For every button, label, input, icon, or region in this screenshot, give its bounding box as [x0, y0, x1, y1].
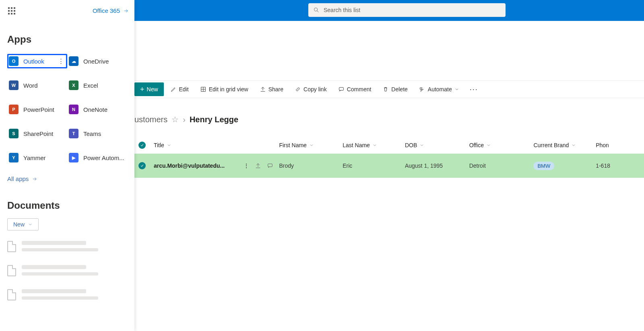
app-tile-excel[interactable]: X Excel [67, 78, 127, 93]
documents-heading: Documents [7, 200, 129, 211]
flow-icon [419, 86, 425, 93]
new-document-button[interactable]: New [7, 218, 39, 230]
col-header-first-name[interactable]: First Name [279, 142, 343, 148]
share-button[interactable]: Share [255, 84, 288, 95]
arrow-right-icon [32, 176, 37, 182]
app-tile-outlook[interactable]: O Outlook ⋮ [7, 54, 67, 68]
select-all-column[interactable] [134, 142, 150, 149]
row-phone: 1-618 [596, 162, 644, 169]
chevron-down-icon [486, 143, 491, 148]
col-header-last-name[interactable]: Last Name [343, 142, 405, 148]
chevron-down-icon [28, 222, 33, 227]
table-row[interactable]: arcu.Morbi@vulputatedu... ⋮ Brody Eric A… [134, 154, 644, 178]
app-tile-teams[interactable]: T Teams [67, 126, 127, 141]
document-placeholder [7, 241, 127, 255]
new-button[interactable]: New [134, 82, 164, 96]
trash-icon [382, 86, 389, 93]
document-icon [7, 289, 16, 300]
word-icon: W [9, 80, 19, 90]
app-launcher-panel: Office 365 Apps O Outlook ⋮ ☁ OneDrive W… [0, 0, 134, 331]
comment-icon[interactable] [267, 162, 273, 169]
sharepoint-icon: S [9, 129, 19, 138]
grid-icon [200, 86, 206, 93]
app-tile-power-automate[interactable]: ▶ Power Autom... [67, 150, 127, 165]
document-placeholder [7, 265, 127, 279]
svg-point-0 [314, 8, 318, 11]
outlook-icon: O [9, 56, 19, 66]
check-circle-icon [138, 162, 146, 169]
power-automate-icon: ▶ [69, 153, 78, 162]
app-tile-yammer[interactable]: Y Yammer [7, 150, 67, 165]
onedrive-icon: ☁ [69, 56, 78, 66]
row-office: Detroit [469, 162, 534, 169]
command-bar: New Edit Edit in grid view Share Copy li… [134, 80, 644, 98]
arrow-right-icon [123, 8, 129, 14]
new-label: New [147, 86, 158, 93]
star-icon[interactable]: ☆ [171, 115, 179, 124]
row-dob: August 1, 1995 [405, 162, 469, 169]
breadcrumb-parent[interactable]: ustomers [134, 115, 167, 124]
share-icon [260, 86, 266, 93]
row-title: arcu.Morbi@vulputatedu... [154, 162, 225, 169]
search-input[interactable] [324, 7, 501, 13]
automate-button[interactable]: Automate [414, 84, 464, 95]
chevron-down-icon [419, 143, 424, 148]
app-tile-onedrive[interactable]: ☁ OneDrive [67, 54, 127, 68]
svg-line-1 [317, 11, 318, 12]
edit-grid-button[interactable]: Edit in grid view [195, 84, 253, 95]
row-brand: BMW [533, 162, 596, 170]
share-icon[interactable] [255, 162, 261, 169]
pencil-icon [170, 86, 177, 93]
comment-icon [338, 86, 345, 93]
edit-button[interactable]: Edit [165, 84, 194, 95]
col-header-phone[interactable]: Phon [596, 142, 644, 148]
all-apps-link[interactable]: All apps [7, 175, 129, 182]
document-placeholder [7, 289, 127, 303]
row-menu-icon[interactable]: ⋮ [244, 162, 249, 169]
chevron-down-icon [167, 143, 171, 148]
powerpoint-icon: P [9, 105, 19, 114]
excel-icon: X [69, 80, 78, 90]
delete-button[interactable]: Delete [378, 84, 412, 95]
comment-button[interactable]: Comment [333, 84, 376, 95]
col-header-current-brand[interactable]: Current Brand [533, 142, 596, 148]
teams-icon: T [69, 129, 78, 138]
chevron-down-icon [309, 143, 314, 148]
document-icon [7, 241, 16, 252]
row-select[interactable] [134, 162, 150, 169]
document-icon [7, 265, 16, 276]
plus-icon [140, 86, 144, 93]
table-header: Title First Name Last Name DOB Office Cu… [134, 137, 644, 154]
copy-link-button[interactable]: Copy link [290, 84, 332, 95]
waffle-icon[interactable] [8, 7, 17, 16]
breadcrumb: ustomers ☆ › Henry Legge [134, 115, 238, 124]
col-header-office[interactable]: Office [469, 142, 534, 148]
row-last-name: Eric [343, 162, 405, 169]
onenote-icon: N [69, 105, 78, 114]
apps-heading: Apps [7, 34, 129, 45]
svg-rect-5 [339, 87, 343, 90]
row-first-name: Brody [279, 162, 343, 169]
chevron-down-icon [454, 87, 459, 92]
svg-rect-6 [268, 164, 272, 167]
yammer-icon: Y [9, 153, 19, 162]
app-tile-onenote[interactable]: N OneNote [67, 102, 127, 117]
col-header-dob[interactable]: DOB [405, 142, 469, 148]
check-circle-icon [138, 142, 146, 149]
col-header-title[interactable]: Title [154, 142, 279, 148]
link-icon [295, 86, 301, 93]
app-tile-word[interactable]: W Word [7, 78, 67, 93]
search-icon [313, 7, 320, 13]
app-tile-menu[interactable]: ⋮ [56, 58, 66, 65]
overflow-button[interactable]: ··· [466, 83, 482, 96]
office-365-link[interactable]: Office 365 [93, 7, 129, 14]
app-tile-powerpoint[interactable]: P PowerPoint [7, 102, 67, 117]
chevron-down-icon [571, 143, 576, 148]
app-tile-sharepoint[interactable]: S SharePoint [7, 126, 67, 141]
breadcrumb-current: Henry Legge [190, 115, 238, 124]
chevron-down-icon [372, 143, 377, 148]
search-box[interactable] [308, 3, 506, 17]
breadcrumb-separator: › [183, 115, 186, 124]
